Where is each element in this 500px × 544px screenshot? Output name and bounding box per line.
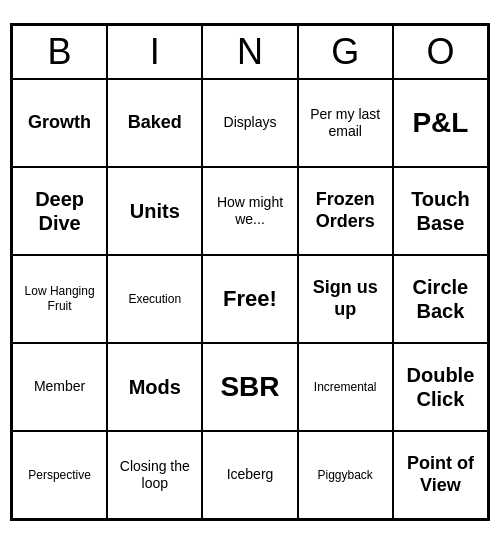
bingo-cell-7[interactable]: How might we... (202, 167, 297, 255)
bingo-cell-1[interactable]: Baked (107, 79, 202, 167)
bingo-header: B I N G O (12, 25, 488, 79)
bingo-cell-0[interactable]: Growth (12, 79, 107, 167)
bingo-cell-14[interactable]: Circle Back (393, 255, 488, 343)
bingo-cell-8[interactable]: Frozen Orders (298, 167, 393, 255)
bingo-cell-9[interactable]: Touch Base (393, 167, 488, 255)
bingo-cell-18[interactable]: Incremental (298, 343, 393, 431)
bingo-cell-2[interactable]: Displays (202, 79, 297, 167)
bingo-cell-6[interactable]: Units (107, 167, 202, 255)
bingo-cell-17[interactable]: SBR (202, 343, 297, 431)
bingo-cell-5[interactable]: Deep Dive (12, 167, 107, 255)
bingo-cell-12[interactable]: Free! (202, 255, 297, 343)
header-o: O (393, 25, 488, 79)
header-g: G (298, 25, 393, 79)
bingo-card: B I N G O GrowthBakedDisplaysPer my last… (10, 23, 490, 521)
header-i: I (107, 25, 202, 79)
bingo-cell-24[interactable]: Point of View (393, 431, 488, 519)
bingo-cell-11[interactable]: Execution (107, 255, 202, 343)
bingo-cell-13[interactable]: Sign us up (298, 255, 393, 343)
bingo-cell-21[interactable]: Closing the loop (107, 431, 202, 519)
bingo-cell-3[interactable]: Per my last email (298, 79, 393, 167)
bingo-grid: GrowthBakedDisplaysPer my last emailP&LD… (12, 79, 488, 519)
bingo-cell-10[interactable]: Low Hanging Fruit (12, 255, 107, 343)
header-n: N (202, 25, 297, 79)
bingo-cell-19[interactable]: Double Click (393, 343, 488, 431)
bingo-cell-23[interactable]: Piggyback (298, 431, 393, 519)
header-b: B (12, 25, 107, 79)
bingo-cell-15[interactable]: Member (12, 343, 107, 431)
bingo-cell-22[interactable]: Iceberg (202, 431, 297, 519)
bingo-cell-20[interactable]: Perspective (12, 431, 107, 519)
bingo-cell-4[interactable]: P&L (393, 79, 488, 167)
bingo-cell-16[interactable]: Mods (107, 343, 202, 431)
